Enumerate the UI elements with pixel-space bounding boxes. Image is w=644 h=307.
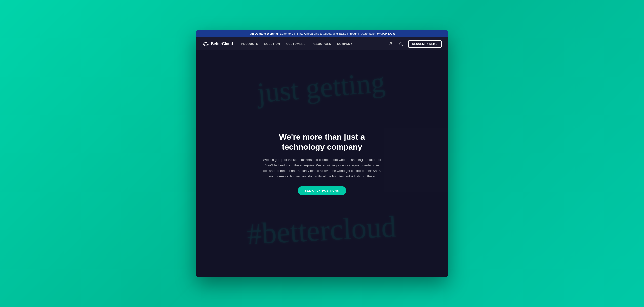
see-open-positions-button[interactable]: SEE OPEN POSITIONS <box>298 186 346 195</box>
announcement-cta[interactable]: WATCH NOW <box>377 32 395 35</box>
hero-section: just getting #bettercloud We're more tha… <box>196 50 448 277</box>
navbar: BetterCloud PRODUCTS SOLUTION CUSTOMERS … <box>196 37 448 50</box>
nav-customers[interactable]: CUSTOMERS <box>286 42 306 45</box>
logo-text: BetterCloud <box>211 42 233 46</box>
user-icon-button[interactable] <box>388 41 394 47</box>
nav-links: PRODUCTS SOLUTION CUSTOMERS RESOURCES CO… <box>241 42 388 45</box>
nav-products[interactable]: PRODUCTS <box>241 42 258 45</box>
search-icon <box>399 42 403 46</box>
logo-icon <box>202 42 209 46</box>
logo[interactable]: BetterCloud <box>202 42 233 46</box>
hero-title: We're more than just a technology compan… <box>262 132 382 152</box>
nav-resources[interactable]: RESOURCES <box>312 42 331 45</box>
svg-text:#bettercloud: #bettercloud <box>246 210 397 251</box>
svg-line-2 <box>402 45 403 46</box>
announcement-bar: [On-Demand Webinar] Learn to Eliminate O… <box>196 30 448 37</box>
announcement-message: Learn to Eliminate Onboarding & Offboard… <box>280 32 377 35</box>
nav-actions: REQUEST A DEMO <box>388 40 442 48</box>
svg-point-0 <box>390 42 392 44</box>
user-icon <box>389 42 393 46</box>
hero-content: We're more than just a technology compan… <box>257 127 387 200</box>
nav-company[interactable]: COMPANY <box>337 42 352 45</box>
nav-solution[interactable]: SOLUTION <box>264 42 280 45</box>
announcement-bold: [On-Demand Webinar] <box>249 32 279 35</box>
svg-text:just getting: just getting <box>255 66 386 109</box>
hero-description: We're a group of thinkers, makers and co… <box>262 157 382 179</box>
svg-point-1 <box>400 42 402 45</box>
search-icon-button[interactable] <box>398 41 404 47</box>
request-demo-button[interactable]: REQUEST A DEMO <box>408 40 442 48</box>
browser-window: [On-Demand Webinar] Learn to Eliminate O… <box>196 30 448 277</box>
